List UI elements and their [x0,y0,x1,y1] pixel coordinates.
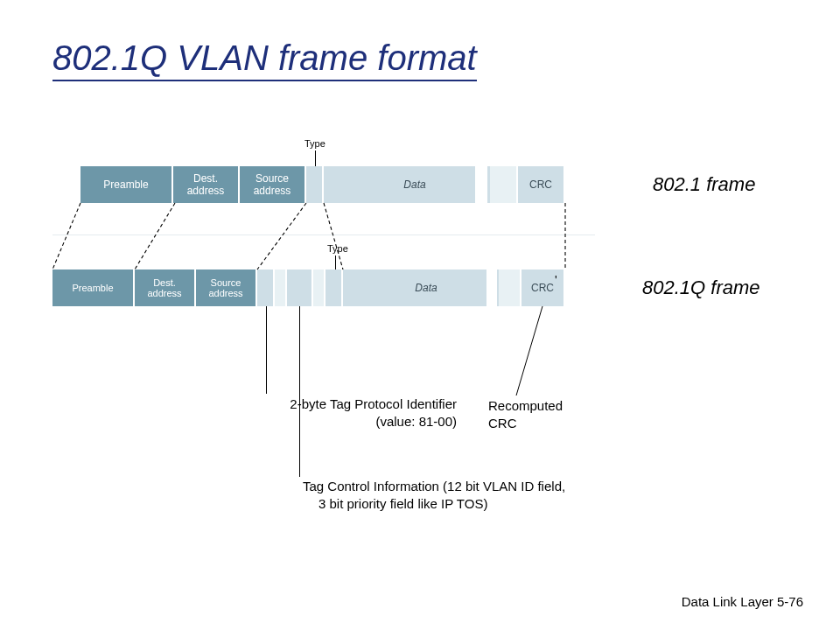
page-title: 802.1Q VLAN frame format [52,38,477,81]
f1-data-pad [490,166,518,203]
f2-type-label: Type [327,243,348,254]
f1-preamble: Preamble [80,166,173,203]
ann-tci-l1: Tag Control Information (12 bit VLAN ID … [303,478,565,495]
crc-prime: ' [555,273,557,287]
frame2-label: 802.1Q frame [642,276,760,299]
f2-data-pad [499,270,522,306]
f1-type [306,166,324,203]
svg-line-0 [52,203,80,270]
ann-tpid: 2-byte Tag Protocol Identifier (value: 8… [264,396,457,431]
f2-crc: CRC [522,270,565,306]
f2-tci-pad [313,270,326,306]
f2-tpid-pad [275,270,287,306]
f1-type-label: Type [304,138,326,149]
ann-tpid-l1: 2-byte Tag Protocol Identifier [264,396,457,413]
ann-tpid-l2: (value: 81-00) [264,413,457,430]
svg-line-2 [257,203,306,270]
frame1-label: 802.1 frame [653,173,755,196]
f1-dest: Dest. address [173,166,240,203]
svg-line-5 [516,306,542,396]
f2-dest: Dest. address [135,270,196,306]
separator [52,234,595,235]
f2-tci [287,270,313,306]
f1-crc: CRC [518,166,565,203]
f2-preamble: Preamble [52,270,135,306]
f2-source: Source address [196,270,257,306]
ann-tci: Tag Control Information (12 bit VLAN ID … [303,478,565,514]
f2-tpid [257,270,275,306]
footer: Data Link Layer 5-76 [682,594,803,609]
ann-tci-l2: 3 bit priority field like IP TOS) [303,495,565,513]
f1-source: Source address [240,166,306,203]
f2-type [326,270,343,306]
svg-line-3 [324,203,343,270]
svg-line-1 [135,203,175,270]
ann-crc: Recomputed CRC [488,397,563,433]
